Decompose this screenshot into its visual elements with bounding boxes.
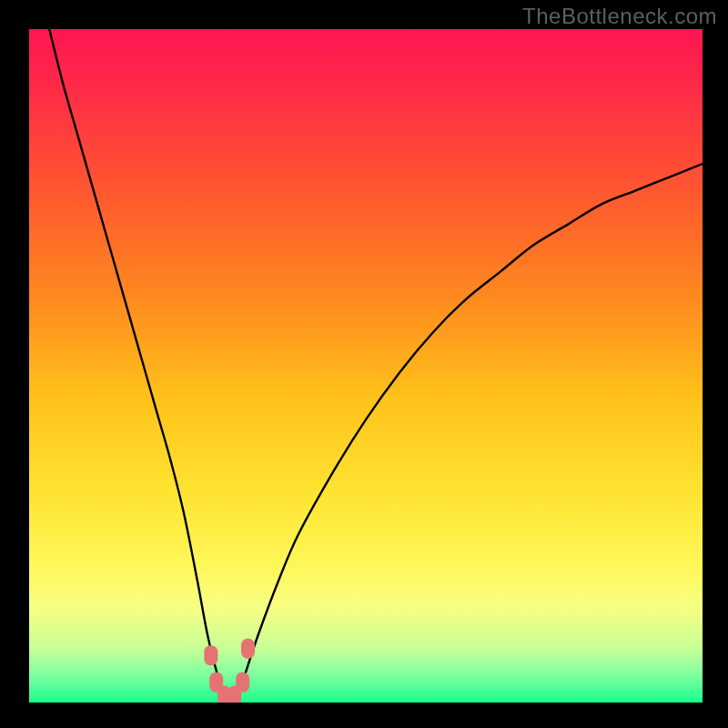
- gradient-background: [29, 29, 703, 703]
- plot-area: [29, 29, 703, 703]
- trough-marker: [241, 639, 255, 659]
- watermark-text: TheBottleneck.com: [522, 4, 717, 29]
- chart-svg: [29, 29, 703, 703]
- trough-marker: [236, 672, 249, 693]
- trough-marker: [204, 645, 217, 665]
- chart-frame: TheBottleneck.com: [0, 0, 728, 728]
